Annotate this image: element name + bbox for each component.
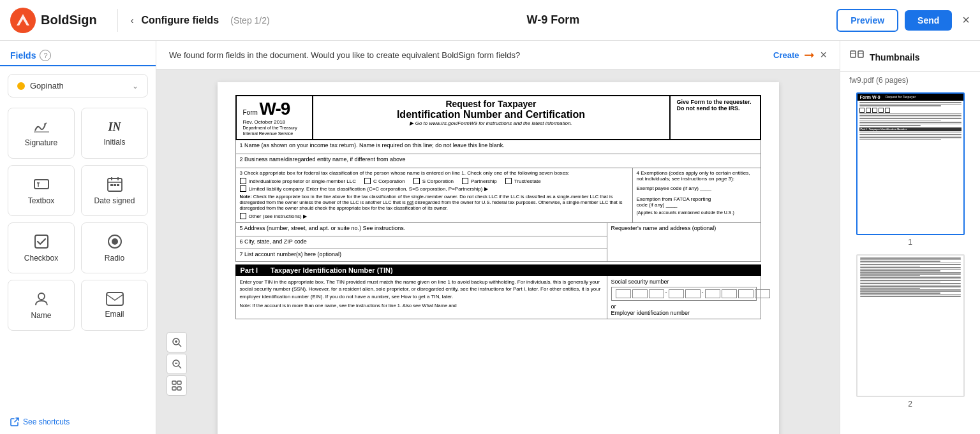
ssn-label: Social security number xyxy=(611,278,757,285)
notification-close-button[interactable]: × xyxy=(820,48,827,62)
section-3-right: 4 Exemptions (codes apply only to certai… xyxy=(633,168,761,222)
logo-text: BoldSign xyxy=(41,13,97,27)
field-item-name[interactable]: Name xyxy=(8,280,75,331)
back-icon: ‹ xyxy=(131,15,134,25)
svg-rect-26 xyxy=(172,381,176,384)
svg-rect-11 xyxy=(110,184,113,186)
fit-page-button[interactable] xyxy=(167,375,187,396)
fit-page-icon xyxy=(172,380,182,391)
zoom-out-button[interactable] xyxy=(167,354,187,374)
line2-field: 2 Business name/disregarded entity name,… xyxy=(235,154,761,168)
tin-section: Enter your TIN in the appropriate box. T… xyxy=(235,276,761,319)
field-item-initials[interactable]: IN Initials xyxy=(81,108,148,159)
field-item-checkbox[interactable]: Checkbox xyxy=(8,222,75,273)
zoom-in-button[interactable] xyxy=(167,332,187,352)
back-button[interactable]: ‹ xyxy=(131,15,134,25)
logo: BoldSign xyxy=(10,8,97,33)
notification-bar: We found form fields in the document. Wo… xyxy=(156,41,840,69)
svg-point-17 xyxy=(38,293,45,300)
boldsign-logo-icon xyxy=(10,8,36,33)
close-button[interactable]: × xyxy=(962,13,970,27)
line5-field: 5 Address (number, street, and apt. or s… xyxy=(236,223,607,236)
exemptions-text: 4 Exemptions (codes apply only to certai… xyxy=(637,170,757,182)
line1-field: 1 Name (as shown on your income tax retu… xyxy=(235,140,761,154)
field-item-radio[interactable]: Radio xyxy=(81,222,148,273)
section-3-left: 3 Check appropriate box for federal tax … xyxy=(236,168,633,222)
w9-header-center: Request for Taxpayer Identification Numb… xyxy=(313,96,671,139)
field-item-email[interactable]: Email xyxy=(81,280,148,331)
document-title: W-9 Form xyxy=(278,13,829,27)
part-i-title: Taxpayer Identification Number (TIN) xyxy=(271,266,393,274)
exempt-payee: Exempt payee code (if any) ____ xyxy=(637,185,757,191)
checkbox-icon xyxy=(33,233,50,250)
w9-form: Form W-9 Rev. October 2018 Department of… xyxy=(235,95,761,319)
svg-rect-30 xyxy=(850,51,856,57)
field-item-date-signed[interactable]: Date signed xyxy=(81,165,148,216)
field-item-signature[interactable]: Signature xyxy=(8,108,75,159)
thumbnails-title: Thumbnails xyxy=(870,52,920,62)
create-link[interactable]: Create xyxy=(773,50,799,60)
thumbnail-img-2 xyxy=(856,254,965,397)
field-label-radio: Radio xyxy=(105,254,124,263)
thumbnail-page-number-2: 2 xyxy=(908,400,912,409)
classification-individual: Individual/sole proprietor or single-mem… xyxy=(240,178,628,184)
zoom-out-icon xyxy=(172,359,182,369)
thumbnail-page-2[interactable]: 2 xyxy=(849,254,971,409)
svg-rect-28 xyxy=(172,387,176,390)
thumbnails-icon xyxy=(849,50,865,65)
bold-note: Note: Check the appropriate box in the l… xyxy=(240,194,628,211)
see-shortcuts-link[interactable]: See shortcuts xyxy=(0,410,156,434)
fields-label: Fields xyxy=(10,50,36,61)
thumbnail-page-1[interactable]: Form W-9 Request for Taxpayer xyxy=(849,92,971,247)
svg-rect-12 xyxy=(114,184,116,186)
ssn-box: - - xyxy=(611,287,757,301)
ssn-seg-8 xyxy=(738,289,754,298)
chevron-down-icon: ⌄ xyxy=(132,82,138,90)
center-area: We found form fields in the document. Wo… xyxy=(156,41,840,434)
field-label-name: Name xyxy=(31,311,51,320)
user-dot xyxy=(17,82,25,90)
ssn-seg-5 xyxy=(685,289,701,298)
dept-text: Department of the TreasuryInternal Reven… xyxy=(243,125,306,136)
ssn-seg-6 xyxy=(705,289,720,298)
address-left: 5 Address (number, street, and apt. or s… xyxy=(236,223,607,261)
help-icon[interactable]: ? xyxy=(40,50,51,61)
field-item-textbox[interactable]: Textbox xyxy=(8,165,75,216)
tin-right: Social security number - - xyxy=(607,276,761,319)
applies-text: (Applies to accounts maintained outside … xyxy=(637,210,757,215)
classification-llc: Limited liability company. Enter the tax… xyxy=(240,185,628,192)
user-name: Gopinath xyxy=(30,81,127,90)
or-label: or xyxy=(611,303,757,310)
preview-button[interactable]: Preview xyxy=(836,9,898,32)
rev-date: Rev. October 2018 xyxy=(243,119,306,125)
form-number: Form W-9 Rev. October 2018 Department of… xyxy=(237,96,313,139)
right-sidebar: Thumbnails fw9.pdf (6 pages) Form W-9 Re… xyxy=(840,41,980,434)
thumbnails-filename: fw9.pdf (6 pages) xyxy=(840,72,980,87)
document-page: Form W-9 Rev. October 2018 Department of… xyxy=(218,82,779,434)
section-3: 3 Check appropriate box for federal tax … xyxy=(235,168,761,223)
signature-icon xyxy=(33,119,50,134)
arrow-right-icon: ➞ xyxy=(804,47,815,62)
radio-icon xyxy=(107,233,123,250)
ssn-seg-3 xyxy=(649,289,664,298)
name-icon xyxy=(33,291,50,307)
send-button[interactable]: Send xyxy=(905,10,952,31)
line3-text: 3 Check appropriate box for federal tax … xyxy=(240,170,628,176)
ssn-seg-7 xyxy=(722,289,737,298)
ssn-seg-1 xyxy=(616,289,631,298)
document-area[interactable]: Form W-9 Rev. October 2018 Department of… xyxy=(156,69,840,434)
svg-rect-29 xyxy=(177,387,181,390)
give-form-text: Give Form to the requester. Do not send … xyxy=(671,96,760,139)
thumb-page-content-2 xyxy=(858,256,963,396)
svg-rect-31 xyxy=(858,51,863,57)
fields-grid: Signature IN Initials Textbox xyxy=(0,103,156,336)
llc-note: Limited liability company. Enter the tax… xyxy=(249,186,488,192)
svg-line-25 xyxy=(179,366,181,368)
field-label-textbox: Textbox xyxy=(28,196,54,205)
line6-field: 6 City, state, and ZIP code xyxy=(236,236,607,249)
fatca-text: Exemption from FATCA reportingcode (if a… xyxy=(637,196,757,208)
svg-rect-18 xyxy=(107,293,123,305)
thumbnail-page-number-1: 1 xyxy=(908,238,912,247)
go-to-text: ▶ Go to www.irs.gov/FormW9 for instructi… xyxy=(320,120,663,126)
user-selector[interactable]: Gopinath ⌄ xyxy=(8,74,148,98)
